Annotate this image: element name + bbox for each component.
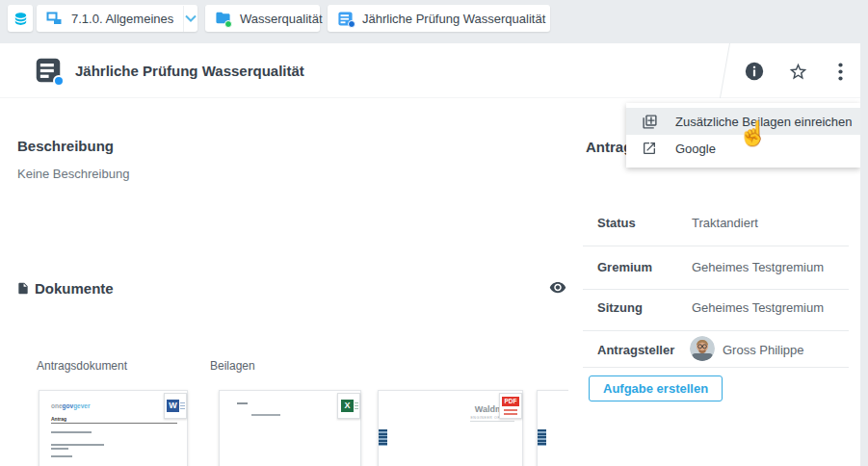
doc-logo-part: gov [63,402,74,409]
external-link-icon [642,141,658,157]
field-label-antragsteller: Antragsteller [597,343,674,357]
excel-badge-letter: X [341,400,354,412]
pdf-badge-letters: PDF [502,397,519,406]
document-thumbnail-excel[interactable]: X [219,390,361,466]
document-thumbnail-word[interactable]: onegovgever Antrag W [39,390,188,466]
badge-line [504,413,517,415]
badge-line [180,405,185,406]
tab-label: Jährliche Prüfung Wasserqualität [362,12,545,26]
breadcrumb-tab-folder[interactable]: Wasserqualität [205,5,320,32]
decorative-slant-divider [720,43,730,98]
visibility-eye-icon[interactable] [549,280,566,296]
field-value-sitzung: Geheimes Testgremium [692,300,824,315]
tab-label: 7.1.0. Allgemeines [71,12,173,26]
status-dot [53,75,65,87]
pdf-file-badge: PDF [499,393,522,419]
proposal-icon-large [35,57,62,84]
doc-mini-heading: Antrag [51,416,66,422]
menu-item-label: Google [675,142,716,156]
documents-heading: Dokumente [35,280,114,297]
kebab-menu-icon[interactable] [829,60,852,83]
folder-icon [215,11,231,27]
pdf-color-stripes [379,429,387,446]
badge-line [180,408,185,409]
word-file-badge: W [164,393,187,419]
menu-item-google[interactable]: Google [626,135,860,162]
doc-text-line [237,402,248,404]
database-icon [13,11,29,27]
group-label-beilagen: Beilagen [210,359,255,373]
group-label-antragsdokument: Antragsdokument [37,359,127,373]
doc-text-line [51,455,72,457]
badge-line [355,405,358,406]
submit-attachments-icon [642,114,658,130]
row-divider [583,330,849,331]
field-label-sitzung: Sitzung [597,300,643,315]
badge-line [355,402,358,403]
context-menu: Zusätzliche Beilagen einreichen Google ☝ [626,103,860,168]
word-badge-letter: W [167,400,179,412]
document-thumbnail-pdf[interactable]: Waldmann ENGINEER OF LIGHT Bedienungsanl… [378,390,523,466]
doc-text-line [51,423,177,424]
info-icon[interactable] [743,60,766,83]
row-divider [583,289,849,290]
dossier-icon [46,11,63,27]
home-tab[interactable] [8,5,33,32]
chevron-down-icon[interactable] [184,5,197,32]
breadcrumb-tab-dossier[interactable]: 7.1.0. Allgemeines [37,5,197,32]
badge-line [504,409,517,411]
top-tab-bar: 7.1.0. Allgemeines Wasserqualität Jährli… [0,0,868,43]
pdf-color-stripes [538,429,546,446]
document-thumbnail-partial[interactable] [537,390,568,466]
documents-area: Antragsdokument Beilagen onegovgever Ant… [0,313,568,466]
doc-text-line [51,444,104,446]
doc-text-line [51,431,92,433]
status-dot [224,20,232,28]
field-value-gremium: Geheimes Testgremium [692,260,824,274]
doc-logo-part: gever [73,402,90,409]
field-label-status: Status [597,216,636,230]
create-task-button[interactable]: Aufgabe erstellen [589,375,723,401]
status-dot [348,20,355,28]
doc-text-line [51,448,68,450]
card-header: Jährliche Prüfung Wasserqualität [0,43,860,98]
excel-file-badge: X [337,393,360,419]
row-divider [583,246,849,246]
doc-logo-part: one [51,402,63,409]
document-icon [16,280,30,297]
field-value-status: Traktandiert [692,216,758,230]
doc-text-line [251,414,280,416]
avatar [690,336,715,361]
page-title: Jährliche Prüfung Wasserqualität [75,63,304,79]
row-divider [583,367,849,368]
favorite-star-icon[interactable] [786,60,809,83]
main-card: Jährliche Prüfung Wasserqualität Zusätzl… [0,43,860,466]
breadcrumb-tab-proposal[interactable]: Jährliche Prüfung Wasserqualität [328,5,550,32]
menu-item-submit-attachments[interactable]: Zusätzliche Beilagen einreichen [626,108,860,135]
field-value-antragsteller: Gross Philippe [723,343,804,357]
field-label-gremium: Gremium [597,260,652,274]
badge-line [355,408,358,409]
description-text: Keine Beschreibung [17,167,129,181]
menu-item-label: Zusätzliche Beilagen einreichen [675,115,853,129]
badge-line [180,402,185,403]
description-heading: Beschreibung [17,138,114,154]
tab-label: Wasserqualität [240,12,323,26]
proposal-icon [337,11,354,27]
